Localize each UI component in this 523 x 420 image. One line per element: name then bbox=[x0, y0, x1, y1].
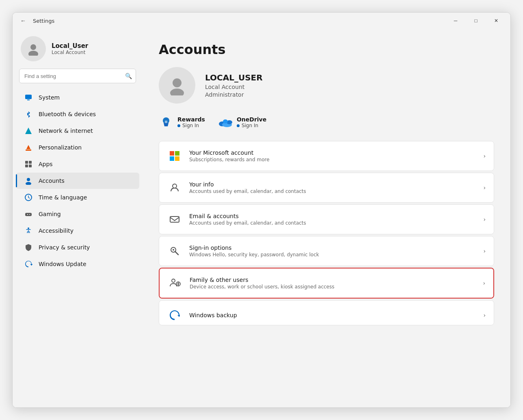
apps-icon bbox=[24, 160, 33, 169]
microsoft-account-item[interactable]: Your Microsoft account Subscriptions, re… bbox=[159, 141, 494, 171]
sidebar-item-personalization[interactable]: Personalization bbox=[16, 139, 139, 156]
onedrive-icon bbox=[218, 115, 233, 130]
sidebar-item-label-system: System bbox=[39, 94, 60, 101]
rewards-service[interactable]: Rewards Sign In bbox=[159, 115, 205, 130]
sidebar-item-label-bluetooth: Bluetooth & devices bbox=[39, 111, 96, 117]
windows-backup-item[interactable]: Windows backup › bbox=[159, 301, 494, 325]
family-users-chevron: › bbox=[483, 280, 485, 286]
signin-options-item[interactable]: Sign-in options Windows Hello, security … bbox=[159, 236, 494, 266]
svg-rect-23 bbox=[170, 151, 174, 156]
svg-rect-5 bbox=[26, 149, 31, 151]
signin-options-text: Sign-in options Windows Hello, security … bbox=[189, 245, 476, 258]
microsoft-account-title: Your Microsoft account bbox=[189, 149, 476, 156]
minimize-button[interactable]: ─ bbox=[446, 14, 465, 27]
back-button[interactable]: ← bbox=[17, 15, 29, 26]
svg-rect-9 bbox=[29, 165, 32, 167]
svg-point-0 bbox=[30, 44, 36, 50]
services-row: Rewards Sign In bbox=[159, 115, 494, 130]
windows-backup-title: Windows backup bbox=[189, 312, 476, 318]
onedrive-service[interactable]: OneDrive Sign In bbox=[218, 115, 266, 130]
personalization-icon bbox=[24, 143, 33, 152]
sidebar-item-accounts[interactable]: Accounts bbox=[16, 173, 139, 189]
windows-backup-text: Windows backup bbox=[189, 312, 476, 318]
title-bar-title: Settings bbox=[33, 18, 54, 24]
windows-update-icon bbox=[24, 260, 33, 268]
sidebar-item-windows-update[interactable]: Windows Update bbox=[16, 256, 139, 272]
svg-point-33 bbox=[172, 279, 175, 282]
your-info-desc: Accounts used by email, calendar, and co… bbox=[189, 188, 476, 194]
profile-name: LOCAL_USER bbox=[205, 73, 263, 82]
your-info-item[interactable]: Your info Accounts used by email, calend… bbox=[159, 173, 494, 202]
svg-rect-3 bbox=[27, 100, 30, 100]
accessibility-icon bbox=[24, 226, 33, 235]
microsoft-account-card: Your Microsoft account Subscriptions, re… bbox=[159, 141, 494, 171]
family-users-card: Family & other users Device access, work… bbox=[159, 268, 494, 299]
accounts-icon bbox=[24, 176, 33, 185]
signin-options-desc: Windows Hello, security key, password, d… bbox=[189, 252, 476, 258]
svg-rect-25 bbox=[170, 156, 174, 161]
rewards-info: Rewards Sign In bbox=[177, 116, 205, 128]
your-info-title: Your info bbox=[189, 181, 476, 188]
close-button[interactable]: ✕ bbox=[487, 14, 506, 27]
email-accounts-desc: Accounts used by email, calendar, and co… bbox=[189, 220, 476, 226]
sidebar-item-apps[interactable]: Apps bbox=[16, 156, 139, 172]
main-layout: Local_User Local Account 🔍 System bbox=[13, 29, 510, 407]
user-section[interactable]: Local_User Local Account bbox=[13, 29, 143, 69]
onedrive-status-dot bbox=[237, 124, 240, 127]
email-accounts-text: Email & accounts Accounts used by email,… bbox=[189, 213, 476, 226]
sidebar-item-label-accessibility: Accessibility bbox=[39, 227, 73, 234]
user-name: Local_User bbox=[52, 42, 88, 50]
search-icon: 🔍 bbox=[125, 73, 132, 79]
sidebar-item-system[interactable]: System bbox=[16, 89, 139, 106]
svg-point-17 bbox=[170, 89, 184, 95]
avatar bbox=[21, 36, 46, 61]
onedrive-info: OneDrive Sign In bbox=[237, 116, 266, 128]
email-accounts-item[interactable]: Email & accounts Accounts used by email,… bbox=[159, 205, 494, 234]
microsoft-account-text: Your Microsoft account Subscriptions, re… bbox=[189, 149, 476, 162]
signin-options-title: Sign-in options bbox=[189, 245, 476, 251]
sidebar-item-label-accounts: Accounts bbox=[39, 178, 65, 184]
svg-point-10 bbox=[27, 178, 30, 181]
sidebar-item-label-apps: Apps bbox=[39, 161, 53, 167]
user-type: Local Account bbox=[52, 50, 88, 55]
family-users-title: Family & other users bbox=[190, 277, 475, 283]
search-input[interactable] bbox=[19, 69, 136, 83]
sidebar-item-label-network: Network & internet bbox=[39, 128, 93, 134]
sidebar-item-bluetooth[interactable]: Bluetooth & devices bbox=[16, 106, 139, 122]
svg-rect-6 bbox=[25, 161, 28, 164]
sidebar-item-privacy[interactable]: Privacy & security bbox=[16, 239, 139, 255]
rewards-status: Sign In bbox=[177, 123, 205, 128]
svg-rect-24 bbox=[175, 151, 179, 156]
maximize-button[interactable]: □ bbox=[467, 14, 485, 27]
profile-role: Administrator bbox=[205, 91, 263, 98]
svg-rect-2 bbox=[25, 95, 32, 99]
network-icon bbox=[24, 126, 33, 135]
sidebar-item-gaming[interactable]: Gaming bbox=[16, 206, 139, 222]
settings-window: ← Settings ─ □ ✕ Local_User Local A bbox=[12, 12, 511, 408]
time-icon bbox=[24, 193, 33, 202]
windows-backup-icon bbox=[167, 308, 182, 323]
sidebar-item-network[interactable]: Network & internet bbox=[16, 123, 139, 139]
svg-point-31 bbox=[173, 249, 174, 251]
rewards-status-dot bbox=[177, 124, 180, 127]
svg-rect-26 bbox=[175, 156, 179, 161]
your-info-icon bbox=[167, 180, 182, 195]
profile-account-type: Local Account bbox=[205, 84, 263, 90]
your-info-chevron: › bbox=[483, 184, 486, 191]
sidebar-item-time[interactable]: Time & language bbox=[16, 189, 139, 206]
privacy-icon bbox=[24, 243, 33, 252]
search-box: 🔍 bbox=[19, 69, 136, 83]
onedrive-name: OneDrive bbox=[237, 116, 266, 123]
system-icon bbox=[24, 93, 33, 102]
title-bar-left: ← Settings bbox=[17, 15, 446, 26]
profile-card: LOCAL_USER Local Account Administrator bbox=[159, 67, 494, 104]
svg-rect-8 bbox=[25, 165, 28, 167]
settings-list: Your Microsoft account Subscriptions, re… bbox=[159, 141, 494, 325]
bluetooth-icon bbox=[24, 110, 33, 119]
family-users-item[interactable]: Family & other users Device access, work… bbox=[160, 268, 493, 298]
svg-point-1 bbox=[28, 51, 38, 56]
profile-info: LOCAL_USER Local Account Administrator bbox=[205, 73, 263, 98]
svg-point-15 bbox=[28, 227, 29, 229]
svg-point-27 bbox=[173, 184, 177, 188]
sidebar-item-accessibility[interactable]: Accessibility bbox=[16, 223, 139, 239]
